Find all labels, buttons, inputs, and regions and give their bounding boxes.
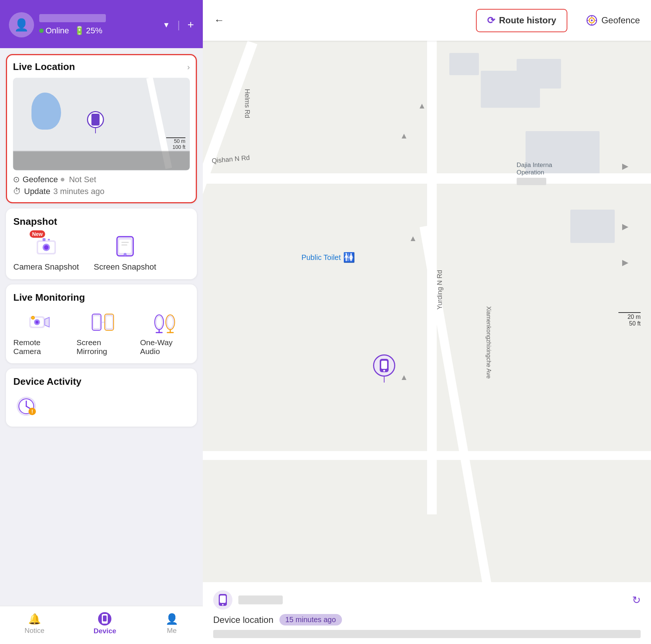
back-button[interactable]: ← xyxy=(214,14,224,26)
dropdown-icon[interactable]: ▼ xyxy=(162,21,170,29)
address-blur xyxy=(213,630,641,638)
not-set-dot xyxy=(61,178,64,181)
card-meta: ⊙ Geofence Not Set ⏱ Update 3 minutes ag… xyxy=(13,175,190,196)
svg-rect-48 xyxy=(381,361,387,369)
svg-point-14 xyxy=(36,321,38,324)
scale-100ft: 100 ft xyxy=(166,144,185,150)
notice-icon: 🔔 xyxy=(28,613,41,625)
building-label-line2: Operation xyxy=(517,169,552,176)
scale-line xyxy=(618,312,641,313)
screen-mirroring-icon xyxy=(91,311,114,333)
svg-marker-15 xyxy=(45,317,49,327)
nav-arrow-1: ▲ xyxy=(418,101,426,111)
route-history-label: Route history xyxy=(499,15,556,26)
svg-rect-9 xyxy=(121,242,129,243)
remote-camera-icon xyxy=(28,311,51,333)
main-scroll-content: › Live Location 50 m 100 ft xyxy=(0,48,203,606)
one-way-audio-item[interactable]: One-Way Audio xyxy=(140,309,189,356)
user-name-blur xyxy=(39,14,106,22)
toilet-marker: Public Toilet 🚻 xyxy=(301,252,355,263)
building-label-blur xyxy=(517,178,546,185)
header-info: Online 🔋 25% xyxy=(39,14,157,36)
geofence-btn-icon xyxy=(586,14,598,26)
live-location-card[interactable]: › Live Location 50 m 100 ft xyxy=(6,54,197,203)
nav-me[interactable]: 👤 Me xyxy=(165,613,178,635)
road-horizontal-low xyxy=(203,451,651,460)
activity-clock-item[interactable]: ! xyxy=(13,393,39,419)
geofence-row: ⊙ Geofence Not Set xyxy=(13,175,190,184)
nav-notice[interactable]: 🔔 Notice xyxy=(24,613,44,635)
bottom-info-bar: ↻ Device location 15 minutes ago xyxy=(203,582,651,644)
svg-rect-38 xyxy=(103,615,107,621)
map-preview[interactable]: 50 m 100 ft xyxy=(13,78,190,170)
update-value: 3 minutes ago xyxy=(53,187,104,196)
svg-point-17 xyxy=(32,317,34,319)
avatar[interactable]: 👤 xyxy=(9,12,34,37)
nav-device[interactable]: Device xyxy=(94,612,116,635)
camera-snapshot-icon xyxy=(35,235,57,257)
svg-rect-4 xyxy=(43,238,46,241)
update-row: ⏱ Update 3 minutes ago xyxy=(13,187,190,196)
camera-snapshot-item[interactable]: New Camera Snapshot xyxy=(13,233,79,272)
route-icon: ⟳ xyxy=(487,15,495,26)
chevron-right-icon[interactable]: › xyxy=(187,63,190,72)
online-status: Online xyxy=(39,26,69,36)
geofence-label: Geofence xyxy=(601,15,640,26)
svg-rect-21 xyxy=(106,316,112,328)
toilet-icon: 🚻 xyxy=(343,252,355,263)
svg-rect-5 xyxy=(48,239,50,240)
screen-mirroring-icon-wrap xyxy=(90,309,116,335)
svg-rect-7 xyxy=(119,240,131,253)
svg-rect-20 xyxy=(94,316,100,328)
toilet-label: Public Toilet xyxy=(301,253,340,262)
scale-50m: 50 m xyxy=(166,138,185,144)
svg-rect-51 xyxy=(220,595,226,603)
pin-line xyxy=(95,128,96,133)
svg-text:!: ! xyxy=(31,408,33,414)
map-scale: 50 m 100 ft xyxy=(166,137,185,150)
device-activity-title: Device Activity xyxy=(13,376,189,387)
nav-arrow-2: ▲ xyxy=(400,131,408,141)
header-actions: ▼ | + xyxy=(162,19,194,31)
building-5 xyxy=(570,210,615,243)
svg-point-3 xyxy=(44,245,48,250)
battery-value: 25% xyxy=(86,26,103,36)
remote-camera-item[interactable]: Remote Camera xyxy=(13,309,66,356)
screen-mirroring-label: Screen Mirroring xyxy=(77,338,129,356)
snapshot-title: Snapshot xyxy=(13,216,189,227)
nav-arrow-5: ▶ xyxy=(622,222,628,231)
screen-mirroring-item[interactable]: Screen Mirroring xyxy=(77,309,129,356)
online-dot xyxy=(39,29,44,33)
geofence-label: Geofence xyxy=(23,175,58,184)
device-small-icon xyxy=(218,594,228,606)
map-bottom-blur xyxy=(13,151,190,170)
map-device-circle xyxy=(373,354,395,377)
camera-icon-wrap: New xyxy=(33,233,59,259)
nav-arrow-6: ▶ xyxy=(622,258,628,267)
screen-snapshot-item[interactable]: Screen Snapshot xyxy=(94,233,156,272)
online-label: Online xyxy=(46,26,69,36)
svg-point-42 xyxy=(591,20,593,21)
one-way-audio-icon-wrap xyxy=(152,309,178,335)
geofence-icon-small: ⊙ xyxy=(13,175,20,184)
live-monitoring-title: Live Monitoring xyxy=(13,292,189,303)
refresh-button[interactable]: ↻ xyxy=(632,594,641,606)
screen-icon-wrap xyxy=(112,233,138,259)
map-header: ← ⟳ Route history Geofence xyxy=(203,0,651,41)
route-history-button[interactable]: ⟳ Route history xyxy=(476,9,567,32)
device-pin-icon-small xyxy=(213,590,232,610)
map-scale-right: 20 m 50 ft xyxy=(618,312,641,327)
geofence-button[interactable]: Geofence xyxy=(586,14,640,26)
map-area[interactable]: Qishan N Rd Yurding N Rd Xiamenkongzhixi… xyxy=(203,41,651,644)
header-status: Online 🔋 25% xyxy=(39,26,157,36)
live-location-title: Live Location xyxy=(13,61,190,73)
building-2 xyxy=(517,59,561,89)
bottom-nav: 🔔 Notice Device 👤 Me xyxy=(0,606,203,644)
svg-point-8 xyxy=(124,253,127,256)
yurding-label: Yurding N Rd xyxy=(436,270,444,310)
add-button[interactable]: + xyxy=(187,19,194,31)
clock-icon: ⏱ xyxy=(13,187,21,196)
battery-icon: 🔋 xyxy=(74,26,84,36)
helms-label: Helms Rd xyxy=(243,89,251,118)
screen-snapshot-label: Screen Snapshot xyxy=(94,262,156,272)
